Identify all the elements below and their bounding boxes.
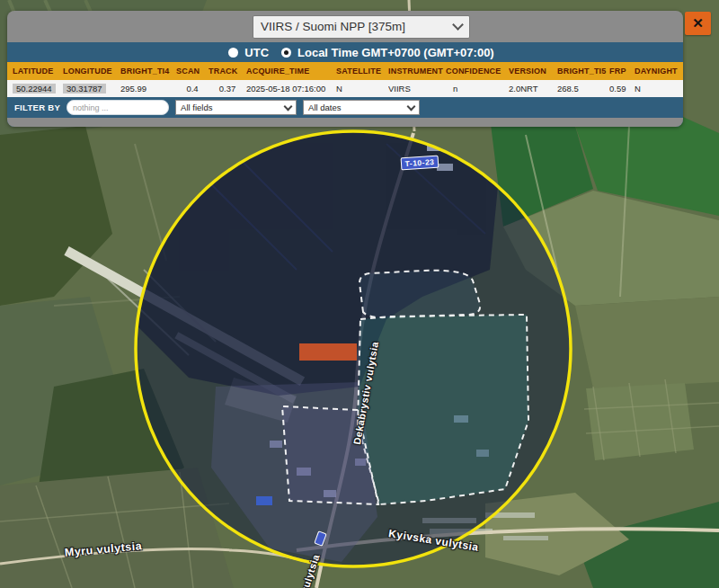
time-zone-bar: UTC Local Time GMT+0700 (GMT+07:00) bbox=[7, 42, 683, 62]
chevron-down-icon bbox=[407, 102, 416, 111]
col-acquire-time[interactable]: ACQUIRE_TIME bbox=[246, 67, 336, 76]
cell-bright-ti5: 268.5 bbox=[557, 84, 609, 94]
cell-satellite: N bbox=[336, 84, 388, 94]
col-bright-ti4[interactable]: BRIGHT_TI4 bbox=[120, 67, 176, 76]
col-frp[interactable]: FRP bbox=[609, 67, 635, 76]
col-instrument[interactable]: INSTRUMENT bbox=[388, 67, 446, 76]
chevron-down-icon bbox=[284, 102, 293, 111]
cell-longitude: 30.31787 bbox=[63, 84, 120, 94]
local-time-radio[interactable]: Local Time GMT+0700 (GMT+07:00) bbox=[281, 46, 494, 59]
dates-select-value: All dates bbox=[308, 102, 341, 112]
col-latitude[interactable]: LATITUDE bbox=[13, 67, 63, 76]
table-header-row: LATITUDE LONGITUDE BRIGHT_TI4 SCAN TRACK… bbox=[7, 62, 683, 80]
cell-bright-ti4: 295.99 bbox=[120, 84, 176, 94]
col-bright-ti5[interactable]: BRIGHT_TI5 bbox=[557, 67, 609, 76]
col-track[interactable]: TRACK bbox=[209, 67, 246, 76]
close-button[interactable]: ✕ bbox=[685, 12, 711, 35]
filter-by-label: FILTER BY bbox=[14, 102, 60, 112]
utc-radio-label: UTC bbox=[244, 46, 269, 59]
cell-version: 2.0NRT bbox=[509, 84, 557, 94]
layer-select[interactable]: VIIRS / Suomi NPP [375m] bbox=[253, 15, 470, 39]
panel-header: VIIRS / Suomi NPP [375m] bbox=[7, 11, 683, 42]
col-longitude[interactable]: LONGITUDE bbox=[63, 67, 120, 76]
table-row[interactable]: 50.22944 30.31787 295.99 0.4 0.37 2025-0… bbox=[7, 80, 683, 97]
cell-latitude: 50.22944 bbox=[13, 84, 63, 94]
utc-radio[interactable]: UTC bbox=[228, 46, 269, 59]
local-time-radio-label: Local Time GMT+0700 (GMT+07:00) bbox=[297, 46, 494, 59]
fire-detection-footprint[interactable] bbox=[299, 343, 357, 361]
fields-select-value: All fields bbox=[181, 102, 212, 112]
radio-icon bbox=[228, 48, 238, 58]
col-scan[interactable]: SCAN bbox=[176, 67, 209, 76]
cell-confidence: n bbox=[446, 84, 509, 94]
col-satellite[interactable]: SATELLITE bbox=[336, 67, 388, 76]
dates-select[interactable]: All dates bbox=[303, 100, 420, 115]
radio-checked-icon bbox=[281, 48, 291, 58]
cell-instrument: VIIRS bbox=[388, 84, 446, 94]
fire-data-panel: VIIRS / Suomi NPP [375m] UTC Local Time … bbox=[7, 11, 683, 127]
cell-frp: 0.59 bbox=[609, 84, 635, 94]
col-daynight[interactable]: DAYNIGHT bbox=[635, 67, 679, 76]
filter-bar: FILTER BY All fields All dates bbox=[7, 97, 683, 127]
fields-select[interactable]: All fields bbox=[175, 100, 297, 115]
cell-acquire-time: 2025-05-18 07:16:00 bbox=[246, 84, 336, 94]
filter-input[interactable] bbox=[67, 100, 169, 115]
cell-track: 0.37 bbox=[209, 84, 246, 94]
road-shield: T-10-23 bbox=[401, 156, 439, 171]
layer-select-value: VIIRS / Suomi NPP [375m] bbox=[261, 20, 405, 33]
cell-scan: 0.4 bbox=[176, 84, 209, 94]
chevron-down-icon bbox=[452, 19, 464, 31]
cell-daynight: N bbox=[635, 84, 679, 94]
col-confidence[interactable]: CONFIDENCE bbox=[446, 67, 509, 76]
col-version[interactable]: VERSION bbox=[509, 67, 557, 76]
